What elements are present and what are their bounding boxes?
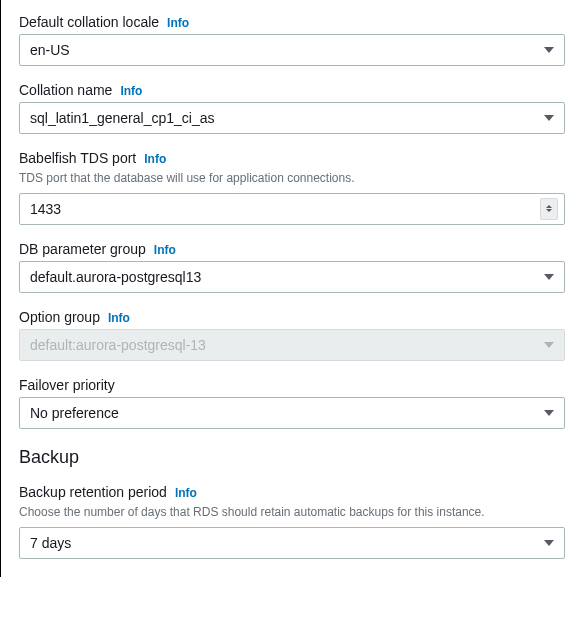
info-link-parameter-group[interactable]: Info xyxy=(154,243,176,257)
collation-locale-select[interactable]: en-US xyxy=(19,34,565,66)
info-link-collation-name[interactable]: Info xyxy=(120,84,142,98)
chevron-down-icon xyxy=(544,47,554,53)
chevron-down-icon xyxy=(544,274,554,280)
info-link-option-group[interactable]: Info xyxy=(108,311,130,325)
field-collation-locale: Default collation locale Info en-US xyxy=(19,14,565,66)
collation-locale-value: en-US xyxy=(30,42,70,58)
collation-locale-label: Default collation locale xyxy=(19,14,159,30)
field-failover-priority: Failover priority No preference xyxy=(19,377,565,429)
backup-heading: Backup xyxy=(19,447,565,468)
parameter-group-label: DB parameter group xyxy=(19,241,146,257)
tds-port-value: 1433 xyxy=(30,201,61,217)
tds-port-input[interactable]: 1433 xyxy=(19,193,565,225)
field-option-group: Option group Info default:aurora-postgre… xyxy=(19,309,565,361)
info-link-backup-retention[interactable]: Info xyxy=(175,486,197,500)
failover-priority-select[interactable]: No preference xyxy=(19,397,565,429)
tds-port-label: Babelfish TDS port xyxy=(19,150,136,166)
backup-retention-help: Choose the number of days that RDS shoul… xyxy=(19,504,565,521)
collation-name-value: sql_latin1_general_cp1_ci_as xyxy=(30,110,214,126)
stepper-down-icon xyxy=(546,209,552,212)
field-collation-name: Collation name Info sql_latin1_general_c… xyxy=(19,82,565,134)
option-group-select: default:aurora-postgresql-13 xyxy=(19,329,565,361)
option-group-label: Option group xyxy=(19,309,100,325)
backup-retention-label: Backup retention period xyxy=(19,484,167,500)
info-link-collation-locale[interactable]: Info xyxy=(167,16,189,30)
parameter-group-select[interactable]: default.aurora-postgresql13 xyxy=(19,261,565,293)
stepper-up-icon xyxy=(546,205,552,208)
collation-name-label: Collation name xyxy=(19,82,112,98)
collation-name-select[interactable]: sql_latin1_general_cp1_ci_as xyxy=(19,102,565,134)
chevron-down-icon xyxy=(544,410,554,416)
info-link-tds-port[interactable]: Info xyxy=(144,152,166,166)
backup-retention-select[interactable]: 7 days xyxy=(19,527,565,559)
parameter-group-value: default.aurora-postgresql13 xyxy=(30,269,201,285)
tds-port-help: TDS port that the database will use for … xyxy=(19,170,565,187)
chevron-down-icon xyxy=(544,342,554,348)
chevron-down-icon xyxy=(544,540,554,546)
failover-priority-label: Failover priority xyxy=(19,377,115,393)
option-group-value: default:aurora-postgresql-13 xyxy=(30,337,206,353)
backup-retention-value: 7 days xyxy=(30,535,71,551)
field-parameter-group: DB parameter group Info default.aurora-p… xyxy=(19,241,565,293)
chevron-down-icon xyxy=(544,115,554,121)
field-backup-retention: Backup retention period Info Choose the … xyxy=(19,484,565,559)
number-stepper[interactable] xyxy=(540,198,558,220)
failover-priority-value: No preference xyxy=(30,405,119,421)
field-tds-port: Babelfish TDS port Info TDS port that th… xyxy=(19,150,565,225)
